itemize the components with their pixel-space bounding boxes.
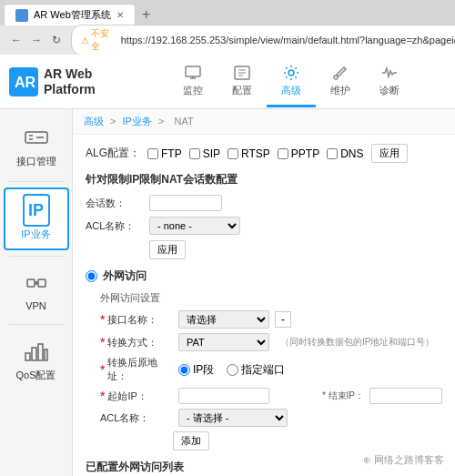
acl-name-row: ACL名称： - 请选择 -: [100, 409, 442, 427]
svg-point-9: [288, 70, 294, 76]
svg-rect-21: [38, 344, 43, 360]
acl-name-select[interactable]: - 请选择 -: [178, 409, 288, 427]
alg-rtsp-checkbox[interactable]: [228, 148, 238, 159]
forward-dest-ip-option[interactable]: IP段: [178, 362, 214, 378]
breadcrumb-current: NAT: [175, 116, 194, 127]
alg-label: ALG配置：: [86, 146, 140, 161]
sidebar-item-ip[interactable]: IP IP业务: [4, 187, 69, 250]
top-menu-item-advanced[interactable]: 高级: [267, 56, 316, 107]
port-dash-button[interactable]: -: [275, 311, 291, 328]
svg-rect-16: [38, 279, 46, 287]
nat-apply-button[interactable]: 应用: [149, 240, 186, 259]
top-menu-item-diagnose[interactable]: 诊断: [365, 56, 414, 107]
outer-access-section: 外网访问 外网访问设置 * 接口名称： 请选择: [86, 268, 442, 451]
logo-text: AR Web Platform: [44, 66, 96, 97]
top-menu-item-monitor[interactable]: 监控: [168, 56, 217, 107]
acl-group: ACL名称： - none -: [86, 217, 442, 235]
alg-section: ALG配置： FTP SIP RTSP PPT: [86, 144, 442, 163]
content-area: 高级 > IP业务 > NAT ALG配置： FTP SIP: [73, 109, 455, 476]
maintain-label: 维护: [330, 84, 350, 97]
acl-label: ACL名称：: [86, 219, 149, 233]
svg-point-10: [334, 76, 338, 79]
session-input[interactable]: [149, 195, 222, 211]
tab-bar: AR Web管理系统 ✕ +: [0, 0, 455, 25]
forward-dest-port-radio[interactable]: [227, 364, 238, 376]
breadcrumb: 高级 > IP业务 > NAT: [73, 109, 455, 135]
monitor-label: 监控: [183, 84, 203, 97]
end-ip-input[interactable]: [369, 388, 442, 404]
forward-dest-ip-radio[interactable]: [178, 364, 190, 376]
alg-rtsp[interactable]: RTSP: [228, 147, 270, 160]
top-nav: AR AR Web Platform 监控 配置: [0, 55, 455, 109]
address-bar: ← → ↻ ⚠ 不安全 https://192.168.255.253/simp…: [0, 25, 455, 55]
breadcrumb-ip[interactable]: IP业务: [123, 116, 152, 127]
alg-pptp[interactable]: PPTP: [278, 147, 319, 160]
config-label: 配置: [232, 84, 252, 97]
sidebar-item-interface[interactable]: 接口管理: [4, 116, 69, 176]
alg-pptp-checkbox[interactable]: [278, 148, 288, 159]
vpn-icon: [23, 269, 50, 297]
top-menu: 监控 配置 高级 维护: [136, 56, 446, 107]
alg-apply-button[interactable]: 应用: [371, 144, 408, 163]
outer-access-title: 外网访问: [103, 268, 147, 284]
tab-close-button[interactable]: ✕: [116, 10, 124, 20]
session-group: 会话数：: [86, 195, 442, 211]
end-ip-note: * 结束IP：: [322, 390, 364, 402]
sidebar-divider-2: [9, 256, 64, 257]
outer-access-radio[interactable]: [86, 270, 97, 282]
start-ip-input[interactable]: [178, 388, 269, 404]
logo: AR AR Web Platform: [9, 66, 118, 97]
forward-select[interactable]: PAT: [178, 333, 269, 351]
forward-row: * 转换方式： PAT （同时转换数据包的IP地址和端口号）: [100, 333, 442, 351]
tab-label: AR Web管理系统: [34, 8, 111, 22]
port-select[interactable]: 请选择: [178, 310, 269, 329]
settings-title: 外网访问设置: [100, 291, 442, 305]
start-ip-row: * 起始IP： * 结束IP：: [100, 388, 442, 404]
forward-button[interactable]: →: [27, 31, 46, 49]
advanced-label: 高级: [281, 84, 301, 97]
address-field[interactable]: ⚠ 不安全 https://192.168.255.253/simple/vie…: [71, 25, 455, 56]
sidebar-item-vpn[interactable]: VPN: [4, 262, 69, 319]
main-area: 接口管理 IP IP业务 VPN: [0, 109, 455, 476]
forward-dest-port-option[interactable]: 指定端口: [227, 362, 285, 378]
acl-select[interactable]: - none -: [149, 217, 240, 235]
alg-dns[interactable]: DNS: [327, 147, 363, 160]
alg-dns-checkbox[interactable]: [327, 148, 338, 159]
add-button[interactable]: 添加: [173, 431, 209, 451]
port-label: * 接口名称：: [100, 313, 173, 327]
port-row: * 接口名称： 请选择 -: [100, 310, 442, 329]
app-container: AR AR Web Platform 监控 配置: [0, 55, 455, 476]
sidebar-vpn-label: VPN: [25, 300, 46, 311]
new-tab-button[interactable]: +: [136, 4, 157, 25]
sidebar-qos-label: QoS配置: [15, 369, 56, 382]
tab-favicon: [15, 9, 28, 22]
alg-ftp[interactable]: FTP: [147, 147, 182, 160]
outer-access-header: 外网访问: [86, 268, 442, 284]
diagnose-icon: [380, 64, 399, 82]
top-menu-item-config[interactable]: 配置: [217, 56, 267, 107]
active-tab[interactable]: AR Web管理系统 ✕: [4, 4, 136, 25]
logo-icon: AR: [9, 67, 38, 96]
watermark: ⊕ 网络之路博客客: [359, 451, 448, 469]
nat-session-title: 针对限制IP限制NAT会话数配置: [86, 172, 442, 187]
browser-chrome: AR Web管理系统 ✕ + ← → ↻ ⚠ 不安全 https://192.1…: [0, 0, 455, 55]
alg-sip[interactable]: SIP: [189, 147, 220, 160]
top-menu-item-maintain[interactable]: 维护: [316, 56, 365, 107]
sidebar: 接口管理 IP IP业务 VPN: [0, 109, 73, 476]
insecure-badge: ⚠ 不安全: [81, 27, 117, 53]
diagnose-label: 诊断: [379, 84, 399, 97]
ip-icon: IP: [23, 197, 50, 224]
alg-ftp-checkbox[interactable]: [147, 148, 158, 159]
breadcrumb-advanced[interactable]: 高级: [84, 116, 104, 127]
back-button[interactable]: ←: [7, 31, 25, 49]
svg-rect-20: [32, 348, 36, 360]
svg-rect-22: [45, 349, 47, 360]
sidebar-divider-3: [9, 324, 64, 325]
refresh-button[interactable]: ↻: [47, 31, 66, 49]
sidebar-item-qos[interactable]: QoS配置: [4, 330, 69, 390]
interface-icon: [23, 124, 50, 151]
svg-text:AR: AR: [15, 75, 36, 90]
sidebar-interface-label: 接口管理: [16, 155, 56, 168]
alg-sip-checkbox[interactable]: [189, 148, 200, 159]
config-icon: [233, 64, 251, 82]
